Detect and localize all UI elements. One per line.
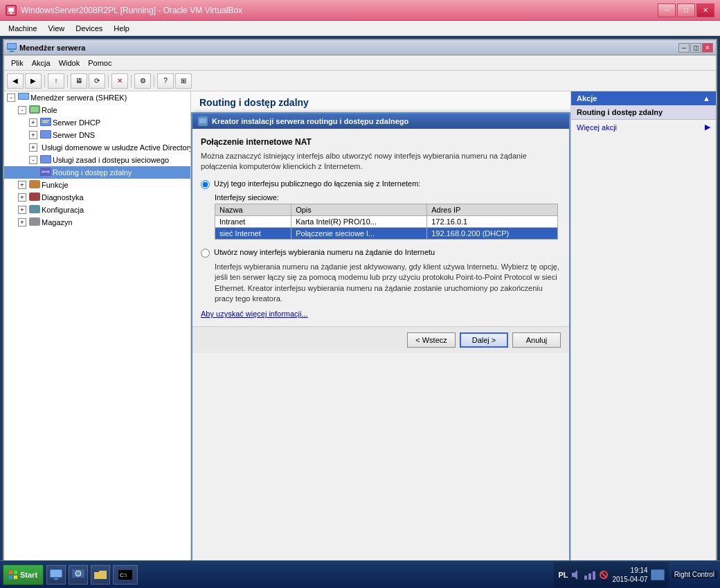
more-info-link[interactable]: Aby uzyskać więcej informacji... bbox=[201, 310, 308, 318]
refresh-button[interactable]: ⟳ bbox=[89, 73, 105, 89]
expand-icon[interactable]: - bbox=[7, 93, 15, 102]
svg-rect-14 bbox=[42, 122, 48, 123]
storage-expand-icon[interactable]: + bbox=[18, 218, 26, 226]
back-button[interactable]: < Wstecz bbox=[407, 332, 456, 348]
tree-routing[interactable]: Routing i dostęp zdalny bbox=[4, 166, 190, 179]
system-tray: PL 19:14 2015-04-07 bbox=[554, 562, 668, 587]
role-icon bbox=[29, 105, 40, 115]
separator-3 bbox=[108, 75, 109, 87]
svg-rect-13 bbox=[42, 121, 49, 121]
cancel-button[interactable]: Anuluj bbox=[512, 332, 561, 348]
menu-akcja[interactable]: Akcja bbox=[28, 57, 55, 69]
menu-plik[interactable]: Plik bbox=[7, 57, 28, 69]
radio-create-new[interactable] bbox=[201, 249, 210, 258]
separator-1 bbox=[44, 75, 45, 87]
diag-expand-icon[interactable]: + bbox=[18, 193, 26, 202]
back-button[interactable]: ◀ bbox=[7, 73, 24, 89]
security-icon bbox=[598, 570, 609, 580]
dialog-body: Połączenie internetowe NAT Można zaznacz… bbox=[192, 129, 569, 326]
taskbar-terminal[interactable]: C:\ bbox=[113, 565, 138, 585]
internet-ip: 192.168.0.200 (DHCP) bbox=[427, 227, 558, 239]
dhcp-icon bbox=[40, 118, 51, 127]
tree-dns[interactable]: + Serwer DNS bbox=[4, 129, 190, 141]
tree-funkcje[interactable]: + Funkcje bbox=[4, 179, 190, 191]
radio-2-group: Utwórz nowy interfejs wybierania numeru … bbox=[201, 248, 561, 305]
radio-2-description: Interfejs wybierania numeru na żądanie j… bbox=[215, 262, 561, 305]
delete-button[interactable]: ✕ bbox=[111, 73, 128, 89]
svg-rect-29 bbox=[199, 118, 206, 123]
maximize-button[interactable]: □ bbox=[677, 3, 695, 17]
diag-icon bbox=[29, 193, 40, 202]
col-ip: Adres IP bbox=[427, 204, 558, 215]
table-row-internet[interactable]: sieć Internet Połączenie sieciowe l... 1… bbox=[215, 227, 558, 239]
forward-button[interactable]: ▶ bbox=[25, 73, 42, 89]
ad-expand-icon[interactable]: + bbox=[29, 143, 37, 152]
funkcje-expand-icon[interactable]: + bbox=[18, 181, 26, 189]
close-button[interactable]: ✕ bbox=[696, 3, 714, 17]
radio-group: Użyj tego interfejsu publicznego do łącz… bbox=[201, 179, 561, 240]
menu-machine[interactable]: Machine bbox=[3, 23, 43, 34]
taskbar-folder[interactable] bbox=[91, 565, 110, 585]
actions-title-text: Akcje bbox=[577, 94, 597, 103]
npas-icon bbox=[40, 155, 51, 165]
radio-1-label: Użyj tego interfejsu publicznego do łącz… bbox=[214, 179, 420, 188]
tree-diag[interactable]: + Diagnostyka bbox=[4, 191, 190, 204]
actions-more[interactable]: Więcej akcji ▶ bbox=[571, 120, 716, 134]
show-hide-button[interactable]: 🖥 bbox=[71, 73, 87, 89]
language-indicator: PL bbox=[558, 571, 568, 579]
npas-expand-icon[interactable]: - bbox=[29, 156, 37, 164]
date-display: 2015-04-07 bbox=[612, 575, 647, 584]
dialog-buttons: < Wstecz Dalej > Anuluj bbox=[192, 326, 569, 353]
tree-config[interactable]: + Konfiguracja bbox=[4, 204, 190, 216]
table-row-intranet[interactable]: Intranet Karta Intel(R) PRO/10... 172.16… bbox=[215, 215, 558, 227]
inner-restore-btn[interactable]: ◫ bbox=[690, 43, 701, 53]
title-bar: WindowsServer2008R2PL [Running] - Oracle… bbox=[0, 0, 720, 21]
window-controls: ─ □ ✕ bbox=[658, 3, 714, 17]
svg-rect-42 bbox=[584, 576, 587, 580]
start-button[interactable]: Start bbox=[3, 564, 44, 585]
dhcp-expand-icon[interactable]: + bbox=[29, 118, 37, 127]
sidebar-toggle-icon bbox=[651, 569, 665, 580]
tree-npas[interactable]: - Usługi zasad i dostępu sieciowego bbox=[4, 154, 190, 166]
svg-rect-6 bbox=[9, 51, 15, 52]
menu-widok[interactable]: Widok bbox=[55, 57, 84, 69]
server-manager-icon bbox=[7, 43, 17, 53]
network-icon bbox=[72, 569, 84, 580]
minimize-button[interactable]: ─ bbox=[658, 3, 676, 17]
funkcje-icon bbox=[29, 180, 40, 190]
actions-more-label: Więcej akcji bbox=[577, 123, 617, 132]
properties-button[interactable]: ⚙ bbox=[134, 73, 151, 89]
menu-help[interactable]: Help bbox=[108, 23, 135, 34]
radio-use-existing[interactable] bbox=[201, 180, 210, 189]
sound-icon bbox=[570, 570, 582, 580]
menu-devices[interactable]: Devices bbox=[70, 23, 108, 34]
menu-view[interactable]: View bbox=[43, 23, 71, 34]
inner-close-btn[interactable]: ✕ bbox=[702, 43, 713, 53]
tree-root[interactable]: - Menedżer serwera (SHREK) bbox=[4, 91, 190, 104]
storage-icon bbox=[29, 217, 40, 227]
inner-window-controls: ─ ◫ ✕ bbox=[678, 43, 713, 53]
inner-minimize-btn[interactable]: ─ bbox=[678, 43, 690, 53]
tree-dhcp[interactable]: + Serwer DHCP bbox=[4, 116, 190, 129]
tree-role[interactable]: - Role bbox=[4, 104, 190, 116]
tree-storage[interactable]: + Magazyn bbox=[4, 216, 190, 229]
config-expand-icon[interactable]: + bbox=[18, 206, 26, 214]
system-clock: 19:14 2015-04-07 bbox=[612, 566, 647, 584]
right-control-label: Right Control bbox=[672, 571, 717, 578]
help-button[interactable]: ? bbox=[157, 73, 174, 89]
role-expand-icon[interactable]: - bbox=[18, 106, 26, 114]
tree-dhcp-label: Serwer DHCP bbox=[53, 118, 100, 127]
actions-section-title: Routing i dostęp zdalny bbox=[571, 105, 716, 120]
dns-expand-icon[interactable]: + bbox=[29, 131, 37, 139]
menu-pomoc[interactable]: Pomoc bbox=[84, 57, 116, 69]
tree-ad[interactable]: + Usługi domenowe w usłudze Active Direc… bbox=[4, 141, 190, 154]
next-button[interactable]: Dalej > bbox=[460, 332, 508, 348]
taskbar-computer[interactable] bbox=[46, 565, 66, 585]
folder-icon bbox=[94, 569, 107, 580]
extra-button[interactable]: ⊞ bbox=[175, 73, 192, 89]
taskbar-network[interactable] bbox=[69, 565, 88, 585]
dialog-section-title: Połączenie internetowe NAT bbox=[201, 137, 561, 147]
svg-rect-27 bbox=[29, 217, 40, 226]
up-button[interactable]: ↑ bbox=[48, 73, 64, 89]
svg-rect-44 bbox=[593, 571, 595, 580]
